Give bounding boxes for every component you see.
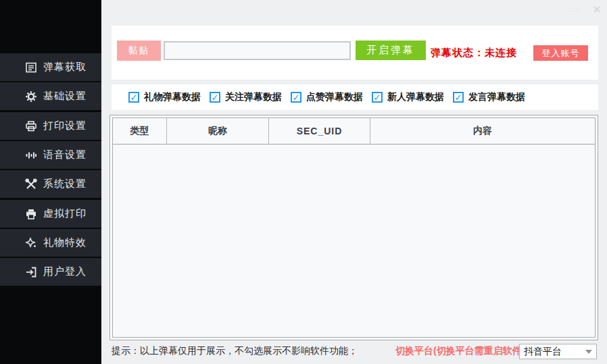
danmaku-app-window: { "window": { "minimize_icon": "minimize… (0, 0, 607, 364)
start-danmaku-button[interactable]: 开启弹幕 (356, 41, 426, 60)
sidebar-item-basic-settings[interactable]: 基础设置 (0, 82, 101, 110)
close-button[interactable]: × (589, 1, 604, 18)
virtual-printer-icon (25, 208, 37, 220)
sidebar-item-label: 系统设置 (43, 178, 87, 190)
chevron-down-icon (585, 350, 592, 354)
column-header-content: 内容 (370, 118, 595, 144)
checkbox-label: 点赞弹幕数据 (306, 91, 363, 103)
table-body-empty (113, 145, 595, 337)
voice-bars-icon (25, 149, 37, 161)
checkbox-newcomer-danmaku[interactable]: ✓ 新人弹幕数据 (372, 84, 444, 110)
platform-select-value: 抖音平台 (524, 346, 562, 358)
sidebar-item-voice-settings[interactable]: 语音设置 (0, 141, 101, 169)
room-url-input[interactable] (164, 41, 351, 60)
sidebar-item-label: 虚拟打印 (43, 207, 87, 220)
checkbox-follow-danmaku[interactable]: ✓ 关注弹幕数据 (210, 84, 282, 110)
sidebar-item-system-settings[interactable]: 系统设置 (0, 170, 101, 198)
checkbox-label: 礼物弹幕数据 (144, 91, 201, 103)
gear-icon (25, 90, 37, 103)
check-icon[interactable]: ✓ (372, 92, 383, 103)
checkbox-chat-danmaku[interactable]: ✓ 发言弹幕数据 (453, 84, 525, 110)
sidebar-item-print-settings[interactable]: 打印设置 (0, 112, 101, 140)
sidebar-item-danmaku-get[interactable]: 弹幕获取 (0, 53, 101, 81)
sidebar-item-label: 用户登入 (43, 265, 87, 278)
sidebar-item-user-login[interactable]: 用户登入 (0, 258, 101, 286)
column-header-nickname: 昵称 (167, 118, 269, 144)
table-header-row: 类型 昵称 SEC_UID 内容 (113, 118, 595, 145)
login-icon (25, 266, 37, 278)
paste-button[interactable]: 黏贴 (117, 41, 161, 61)
footer-tip-text: 提示：以上弹幕仅用于展示，不勾选展示不影响软件功能； (112, 340, 358, 362)
gift-sparkle-icon (25, 237, 37, 249)
check-icon[interactable]: ✓ (453, 92, 464, 103)
checkbox-gift-danmaku[interactable]: ✓ 礼物弹幕数据 (128, 84, 201, 110)
column-header-type: 类型 (113, 118, 167, 144)
check-icon[interactable]: ✓ (128, 92, 139, 103)
check-icon[interactable]: ✓ (291, 92, 301, 103)
checkbox-label: 发言弹幕数据 (468, 91, 525, 103)
sidebar-item-virtual-print[interactable]: 虚拟打印 (0, 200, 101, 228)
top-panel: 黏贴 开启弹幕 弹幕状态：未连接 登入账号 (112, 26, 598, 80)
danmaku-table-container: 类型 昵称 SEC_UID 内容 (110, 115, 598, 340)
login-account-button[interactable]: 登入账号 (533, 45, 588, 61)
switch-platform-link[interactable]: 切换平台(切换平台需重启软件) (395, 340, 525, 362)
tools-icon (25, 178, 37, 190)
sidebar-item-label: 语音设置 (43, 149, 87, 161)
minimize-button[interactable] (569, 9, 579, 11)
checkbox-like-danmaku[interactable]: ✓ 点赞弹幕数据 (291, 84, 363, 110)
checkbox-label: 关注弹幕数据 (225, 91, 282, 103)
danmaku-status-text: 弹幕状态：未连接 (431, 26, 517, 80)
sidebar: 弹幕获取 基础设置 打印设置 语音设置 系统设置 (0, 0, 101, 364)
checkbox-label: 新人弹幕数据 (387, 91, 444, 103)
column-header-sec-uid: SEC_UID (269, 118, 370, 144)
sidebar-item-label: 礼物特效 (43, 236, 87, 249)
sidebar-item-label: 打印设置 (43, 120, 87, 132)
platform-select[interactable]: 抖音平台 (519, 344, 597, 359)
sidebar-item-gift-effects[interactable]: 礼物特效 (0, 229, 101, 257)
sidebar-item-label: 弹幕获取 (43, 61, 87, 74)
danmaku-list-icon (25, 61, 37, 74)
filter-panel: ✓ 礼物弹幕数据 ✓ 关注弹幕数据 ✓ 点赞弹幕数据 ✓ 新人弹幕数据 ✓ 发言… (112, 84, 598, 110)
sidebar-item-label: 基础设置 (43, 90, 87, 103)
danmaku-table: 类型 昵称 SEC_UID 内容 (112, 118, 596, 338)
printer-icon (25, 120, 37, 132)
check-icon[interactable]: ✓ (210, 92, 220, 103)
